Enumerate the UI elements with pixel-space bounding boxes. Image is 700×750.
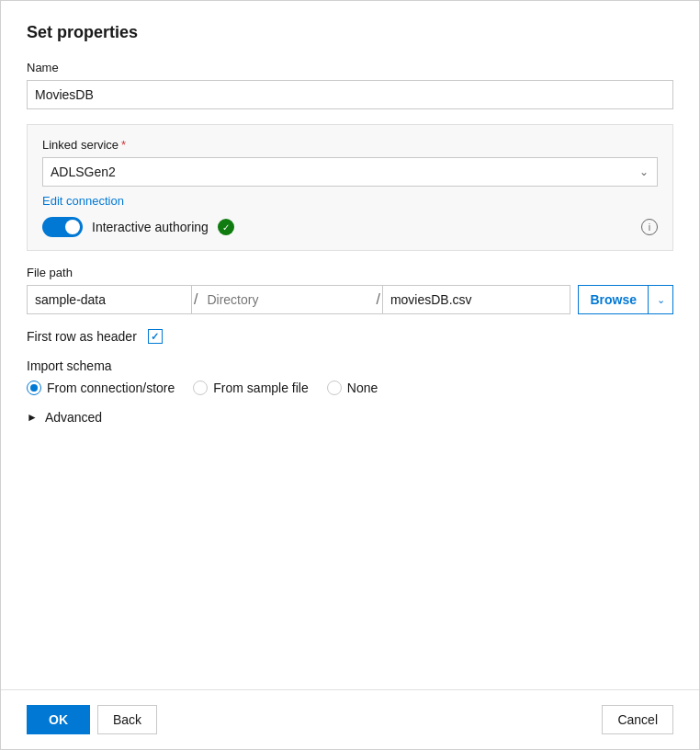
linked-service-section: Linked service* ADLSGen2 ⌄ Edit connecti…	[27, 124, 673, 251]
ok-button[interactable]: OK	[27, 705, 90, 734]
file-path-separator-2: /	[374, 285, 381, 314]
back-button[interactable]: Back	[97, 705, 157, 734]
toggle-knob	[65, 220, 80, 234]
name-group: Name	[27, 61, 673, 109]
chevron-right-icon: ►	[27, 411, 38, 424]
chevron-down-icon: ⌄	[657, 294, 665, 306]
panel-content: Set properties Name Linked service* ADLS…	[1, 1, 699, 689]
radio-label-from-sample: From sample file	[213, 381, 308, 395]
file-path-directory-input[interactable]	[199, 285, 374, 314]
file-path-filename-input[interactable]	[382, 285, 571, 314]
interactive-authoring-toggle[interactable]	[42, 217, 83, 237]
linked-service-select-wrapper: ADLSGen2 ⌄	[42, 157, 658, 187]
check-circle-icon: ✓	[218, 219, 234, 235]
browse-button[interactable]: Browse	[578, 285, 648, 314]
name-input[interactable]	[27, 80, 673, 109]
file-path-container-input[interactable]	[27, 285, 192, 314]
linked-service-label: Linked service*	[42, 138, 658, 152]
interactive-authoring-row: Interactive authoring ✓ i	[42, 217, 658, 237]
panel-title: Set properties	[27, 23, 673, 42]
cancel-button[interactable]: Cancel	[602, 705, 673, 734]
file-path-separator-1: /	[192, 285, 199, 314]
radio-label-from-connection: From connection/store	[47, 381, 175, 395]
file-path-row: / / Browse ⌄	[27, 285, 673, 314]
radio-circle-from-sample	[193, 381, 208, 395]
info-icon[interactable]: i	[641, 219, 658, 235]
radio-from-sample[interactable]: From sample file	[193, 381, 308, 395]
advanced-row[interactable]: ► Advanced	[27, 410, 673, 425]
panel-footer: OK Back Cancel	[1, 689, 699, 749]
radio-label-none: None	[347, 381, 378, 395]
browse-btn-group: Browse ⌄	[578, 285, 673, 314]
first-row-header-label: First row as header	[27, 329, 137, 344]
interactive-authoring-label: Interactive authoring	[92, 220, 209, 234]
first-row-header-row: First row as header	[27, 329, 673, 344]
first-row-header-checkbox[interactable]	[148, 329, 163, 344]
radio-circle-none	[327, 381, 342, 395]
file-path-label: File path	[27, 266, 673, 279]
set-properties-panel: Set properties Name Linked service* ADLS…	[0, 0, 700, 750]
file-path-group: File path / / Browse ⌄	[27, 266, 673, 314]
edit-connection-link[interactable]: Edit connection	[42, 194, 124, 208]
radio-none[interactable]: None	[327, 381, 378, 395]
browse-dropdown-button[interactable]: ⌄	[648, 285, 673, 314]
name-label: Name	[27, 61, 673, 74]
linked-service-select[interactable]: ADLSGen2	[42, 157, 658, 187]
import-schema-section: Import schema From connection/store From…	[27, 358, 673, 395]
advanced-label: Advanced	[45, 410, 102, 425]
import-schema-radio-group: From connection/store From sample file N…	[27, 381, 673, 395]
required-marker: *	[121, 138, 126, 152]
import-schema-label: Import schema	[27, 358, 673, 373]
radio-from-connection[interactable]: From connection/store	[27, 381, 175, 395]
radio-circle-from-connection	[27, 381, 41, 395]
